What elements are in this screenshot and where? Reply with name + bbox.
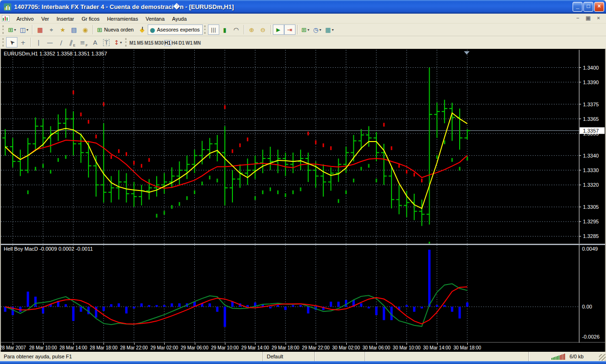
time-axis-tick	[164, 343, 165, 345]
equidistant-channel-button[interactable]: ∥E	[67, 37, 78, 47]
new-order-label: Nueva orden	[103, 27, 135, 32]
toolbar-separator	[93, 25, 93, 34]
resize-grip[interactable]	[599, 354, 606, 361]
time-axis[interactable]: 28 Mar 200728 Mar 10:0028 Mar 14:0028 Ma…	[1, 343, 605, 352]
ohlc-bar	[320, 165, 326, 197]
navigator-button[interactable]: ★	[57, 24, 68, 35]
status-profile[interactable]: Default	[263, 352, 314, 361]
chart-shift-button[interactable]: ⇥	[284, 24, 295, 35]
trend-dot	[72, 91, 74, 95]
menu-item-ventana[interactable]: Ventana	[142, 15, 168, 23]
toolbar-grip[interactable]	[2, 38, 4, 47]
trend-dot	[209, 176, 210, 180]
arrows-icon: ↕	[114, 40, 119, 46]
metaeditor-button[interactable]: ◆!	[136, 24, 148, 35]
trend-dot	[141, 164, 142, 168]
line-studies-toolbar: ➤ + | — / ∥E ≡F A T ↕▾ M1M5M15M30H1H4D1W…	[0, 36, 606, 49]
menu-item-insertar[interactable]: Insertar	[53, 15, 78, 23]
timeframe-m1[interactable]: M1	[129, 40, 136, 46]
templates-button[interactable]: ▦▾	[323, 24, 335, 35]
mdi-close-button[interactable]: ×	[595, 15, 602, 22]
ohlc-bar	[124, 173, 129, 202]
trend-dot	[57, 158, 59, 162]
maximize-button[interactable]: □	[583, 2, 593, 12]
close-button[interactable]: ×	[594, 2, 604, 12]
menu-item-ver[interactable]: Ver	[38, 15, 53, 23]
vertical-line-button[interactable]: |	[33, 37, 44, 47]
ohlc-bar	[457, 109, 462, 150]
periods-button[interactable]: ◷▾	[311, 24, 323, 35]
macd-axis-label: 0.00	[582, 304, 592, 309]
fibonacci-button[interactable]: ≡F	[78, 37, 89, 47]
market-watch-button[interactable]: ▦	[34, 24, 46, 35]
indicators-button[interactable]: ⊞▾	[300, 24, 311, 35]
data-window-button[interactable]: ⌖	[46, 24, 57, 35]
bar-chart-button[interactable]: |||	[208, 24, 219, 35]
candlestick-chart-button[interactable]: ▮	[219, 24, 231, 35]
mdi-minimize-button[interactable]: –	[574, 15, 582, 22]
toolbar-grip[interactable]	[204, 25, 206, 34]
trend-dot	[239, 143, 241, 147]
trendline-button[interactable]: /	[56, 37, 67, 47]
toolbar-grip[interactable]	[2, 25, 4, 34]
macd-indicator-pane[interactable]: Hell Boy MacD -0.0009 0.0002 -0.0011 0.0…	[1, 245, 605, 343]
mdi-restore-button[interactable]: ▣	[584, 15, 592, 22]
timeframe-m30[interactable]: M30	[154, 40, 164, 46]
expert-advisors-button[interactable]: ●Asesores expertos	[148, 24, 202, 35]
main-chart-canvas[interactable]: 1.34001.33901.33751.33651.33551.33401.33…	[1, 50, 605, 244]
macd-histogram-bar	[178, 303, 181, 307]
cursor-button[interactable]: ➤	[6, 37, 17, 47]
strategy-tester-button[interactable]: ◉	[80, 24, 91, 35]
text-label-button[interactable]: T	[101, 37, 112, 47]
trend-dot	[27, 190, 29, 194]
time-axis-label: 29 Mar 14:00	[241, 345, 269, 350]
line-chart-button[interactable]: ◠	[231, 24, 242, 35]
zoom-in-button[interactable]: ⊕	[246, 24, 257, 35]
timeframe-mn[interactable]: MN	[193, 40, 201, 46]
trend-dot	[262, 190, 263, 194]
timeframe-m15[interactable]: M15	[144, 40, 154, 46]
timeframe-h1[interactable]: H1	[164, 40, 171, 46]
ohlc-bar	[192, 150, 198, 173]
macd-canvas[interactable]: 0.00490.00-0.0026	[1, 245, 605, 343]
timeframe-h4[interactable]: H4	[171, 40, 178, 46]
macd-histogram-bar	[466, 302, 469, 307]
menu-item-archivo[interactable]: Archivo	[13, 15, 38, 23]
macd-histogram-bar	[443, 305, 446, 307]
time-axis-label: 30 Mar 14:00	[423, 345, 451, 350]
menu-item-gr-ficos[interactable]: Gr ficos	[78, 15, 104, 23]
menu-item-ayuda[interactable]: Ayuda	[168, 15, 191, 23]
arrows-button[interactable]: ↕▾	[112, 37, 124, 47]
ohlc-bar	[48, 126, 54, 152]
timeframe-m5[interactable]: M5	[136, 40, 144, 46]
toolbar-grip[interactable]	[125, 38, 127, 47]
trend-dot	[429, 242, 430, 244]
text-button[interactable]: A	[89, 37, 101, 47]
new-chart-button[interactable]: ⊞▾	[6, 24, 18, 35]
new-order-button[interactable]: ⊞Nueva orden	[95, 24, 136, 35]
macd-histogram-bar	[125, 307, 128, 313]
profiles-button[interactable]: ◫▾	[18, 24, 30, 35]
crosshair-button[interactable]: +	[17, 37, 29, 47]
trend-dot	[255, 196, 256, 200]
zoom-out-button[interactable]: ⊖	[257, 24, 269, 35]
horizontal-line-button[interactable]: —	[44, 37, 56, 47]
timeframe-w1[interactable]: W1	[185, 40, 193, 46]
trend-dot	[308, 132, 309, 135]
ohlc-bar	[298, 150, 303, 170]
trend-dot	[406, 170, 407, 174]
price-axis-label: 1.3390	[583, 79, 599, 85]
auto-scroll-button[interactable]: ▶	[273, 24, 284, 35]
trend-dot	[171, 205, 173, 209]
main-chart-pane[interactable]: EURUSDm,H1 1.3352 1.3358 1.3351 1.3357 1…	[1, 50, 605, 244]
ohlc-bar	[230, 170, 235, 203]
menu-item-herramientas[interactable]: Herramientas	[103, 15, 142, 23]
macd-label: Hell Boy MacD -0.0009 0.0002 -0.0011	[4, 246, 93, 252]
time-axis-label: 29 Mar 18:00	[271, 345, 299, 350]
ohlc-bar	[71, 111, 76, 156]
minimize-button[interactable]: _	[573, 2, 582, 12]
strategy-tester-icon: ◉	[83, 27, 88, 33]
timeframe-d1[interactable]: D1	[178, 40, 185, 46]
ma-fast-line	[5, 113, 467, 208]
terminal-button[interactable]: ▤	[68, 24, 80, 35]
